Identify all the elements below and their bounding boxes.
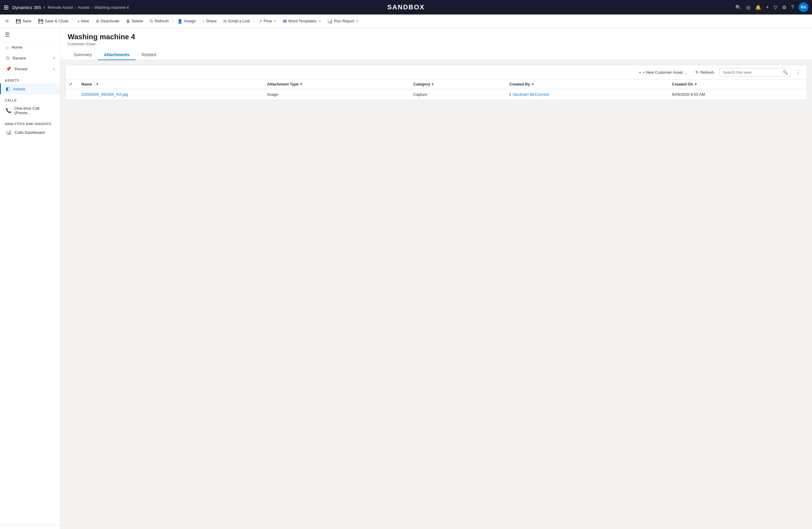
recent-icon: ◷ — [6, 55, 10, 61]
save-close-icon: 💾 — [38, 19, 43, 24]
run-report-icon: 📊 — [328, 19, 333, 24]
breadcrumb-item-current: Washing machine 4 — [95, 5, 129, 10]
assign-icon: 👤 — [177, 19, 183, 24]
refresh-icon: ↻ — [150, 19, 154, 24]
new-customer-asset-button[interactable]: + + New Customer Asset ... — [636, 69, 690, 76]
bell-icon[interactable]: 🔔 — [755, 4, 761, 10]
more-options-button[interactable]: ⋮ — [793, 68, 803, 77]
attachment-name-link[interactable]: 20200929_095355_RA.jpg — [81, 92, 128, 97]
email-link-button[interactable]: ✉ Email a Link — [220, 17, 253, 25]
brand-logo[interactable]: Dynamics 365 ∨ — [12, 5, 45, 10]
col-header-attachment-type[interactable]: Attachment Type ∨ — [263, 80, 410, 89]
sidebar-item-recent[interactable]: ◷ Recent ∨ — [0, 53, 60, 63]
sidebar-item-one-time-call-label: One-time Call (Previe... — [14, 106, 55, 115]
search-submit-button[interactable]: 🔍 — [780, 68, 790, 76]
sidebar-item-calls-dashboard-label: Calls Dashboard — [14, 130, 45, 135]
col-name-label: Name — [81, 82, 92, 86]
col-header-category[interactable]: Category ∨ — [410, 80, 506, 89]
content-area: + + New Customer Asset ... ↻ Refresh 🔍 ⋮ — [60, 60, 812, 529]
col-created-on-filter-icon[interactable]: ∨ — [695, 82, 697, 86]
email-icon: ✉ — [223, 19, 227, 24]
row-checkbox[interactable] — [66, 89, 78, 100]
col-attachment-type-filter-icon[interactable]: ∨ — [300, 82, 302, 86]
flow-button[interactable]: ↗ Flow ∨ — [256, 17, 279, 25]
user-avatar[interactable]: RA — [799, 2, 808, 12]
sidebar-item-assets[interactable]: ◧ Assets — [0, 83, 60, 94]
save-button[interactable]: 💾 Save — [13, 17, 34, 25]
sidebar-item-calls-dashboard[interactable]: 📊 Calls Dashboard — [0, 127, 60, 138]
history-button[interactable]: ⟳ — [2, 17, 12, 25]
save-close-button[interactable]: 💾 Save & Close — [35, 17, 72, 25]
delete-button[interactable]: 🗑 Delete — [123, 17, 146, 25]
cmd-separator-1 — [72, 17, 73, 25]
new-button[interactable]: + New — [74, 17, 92, 25]
sidebar-item-home[interactable]: ⌂ Home — [0, 42, 60, 53]
row-attachment-type-cell: Image — [263, 89, 410, 100]
share-button[interactable]: ↑ Share — [199, 17, 220, 25]
delete-icon: 🗑 — [126, 19, 130, 24]
pinned-chevron-icon: ∨ — [53, 67, 55, 71]
col-category-label: Category — [413, 82, 430, 86]
assign-button[interactable]: 👤 Assign — [174, 17, 199, 25]
attachments-table: ✓ Name ↑ ∨ Attach — [66, 80, 807, 100]
tab-related[interactable]: Related — [136, 50, 162, 60]
target-icon[interactable]: ◎ — [746, 4, 750, 10]
home-icon: ⌂ — [6, 45, 9, 50]
sidebar-menu-button[interactable]: ☰ — [0, 28, 60, 42]
sidebar-item-home-label: Home — [12, 45, 23, 49]
breadcrumb-sep-1: › — [75, 5, 76, 10]
sub-grid-refresh-button[interactable]: ↻ Refresh — [692, 69, 717, 76]
brand-name: Dynamics 365 — [12, 5, 41, 10]
cmd-separator-2 — [173, 17, 173, 25]
col-name-filter-icon[interactable]: ∨ — [96, 82, 99, 86]
app-layout: ☰ ⌂ Home ◷ Recent ∨ 📌 Pinned ∨ Assets ◧ … — [0, 28, 812, 529]
select-all-header[interactable]: ✓ — [66, 80, 78, 89]
sidebar-footer[interactable]: RA Remote Assist ⌃ — [0, 525, 60, 529]
help-icon[interactable]: ? — [791, 4, 794, 10]
col-header-name[interactable]: Name ↑ ∨ — [78, 80, 263, 89]
sub-grid-toolbar: + + New Customer Asset ... ↻ Refresh 🔍 ⋮ — [66, 65, 807, 80]
save-icon: 💾 — [16, 19, 21, 24]
assets-icon: ◧ — [6, 86, 10, 91]
search-icon[interactable]: 🔍 — [735, 4, 741, 10]
deactivate-button[interactable]: ⊗ Deactivate — [93, 17, 122, 25]
sub-grid-refresh-label: Refresh — [700, 70, 714, 75]
page-header: Washing machine 4 Customer Asset Summary… — [60, 28, 812, 60]
tab-attachments[interactable]: Attachments — [98, 50, 136, 60]
word-templates-icon: W — [283, 19, 287, 24]
run-report-button[interactable]: 📊 Run Report ∨ — [324, 17, 361, 25]
tab-summary[interactable]: Summary — [68, 50, 98, 60]
refresh-button[interactable]: ↻ Refresh — [147, 17, 172, 25]
flow-icon: ↗ — [259, 19, 262, 24]
row-created-by-cell: ℹ Abraham McCormick — [506, 89, 668, 100]
run-report-chevron-icon: ∨ — [356, 19, 358, 23]
sidebar-item-pinned[interactable]: 📌 Pinned ∨ — [0, 63, 60, 74]
col-header-created-on[interactable]: Created On ∨ — [668, 80, 807, 89]
calls-section-label: Calls — [0, 94, 60, 103]
breadcrumb-item-remote-assist[interactable]: Remote Assist — [48, 5, 73, 10]
word-templates-button[interactable]: W Word Templates ∨ — [280, 17, 324, 25]
sidebar-item-assets-label: Assets — [13, 87, 25, 91]
col-created-by-filter-icon[interactable]: ∨ — [531, 82, 534, 86]
assets-section-label: Assets — [0, 74, 60, 83]
brand-chevron-icon: ∨ — [43, 5, 45, 9]
table-row: 20200929_095355_RA.jpg Image Capture ℹ — [66, 89, 807, 100]
share-icon: ↑ — [202, 19, 204, 24]
table-header-row: ✓ Name ↑ ∨ Attach — [66, 80, 807, 89]
filter-icon[interactable]: ▽ — [774, 4, 777, 10]
recent-chevron-icon: ∨ — [53, 56, 55, 60]
word-templates-chevron-icon: ∨ — [319, 19, 321, 23]
col-category-filter-icon[interactable]: ∨ — [431, 82, 434, 86]
plus-icon[interactable]: + — [766, 4, 769, 10]
new-customer-asset-plus-icon: + — [639, 70, 641, 75]
created-by-info-icon: ℹ — [509, 92, 511, 97]
search-input[interactable] — [720, 69, 780, 76]
sidebar-item-one-time-call[interactable]: 📞 One-time Call (Previe... — [0, 103, 60, 118]
created-by-link[interactable]: Abraham McCormick — [513, 92, 549, 97]
settings-icon[interactable]: ⚙ — [782, 4, 786, 10]
waffle-menu-icon[interactable]: ⊞ — [4, 4, 9, 11]
col-header-created-by[interactable]: Created By ∨ — [506, 80, 668, 89]
one-time-call-icon: 📞 — [6, 108, 12, 113]
page-subtitle: Customer Asset — [68, 42, 805, 46]
breadcrumb-item-assets[interactable]: Assets — [78, 5, 89, 10]
